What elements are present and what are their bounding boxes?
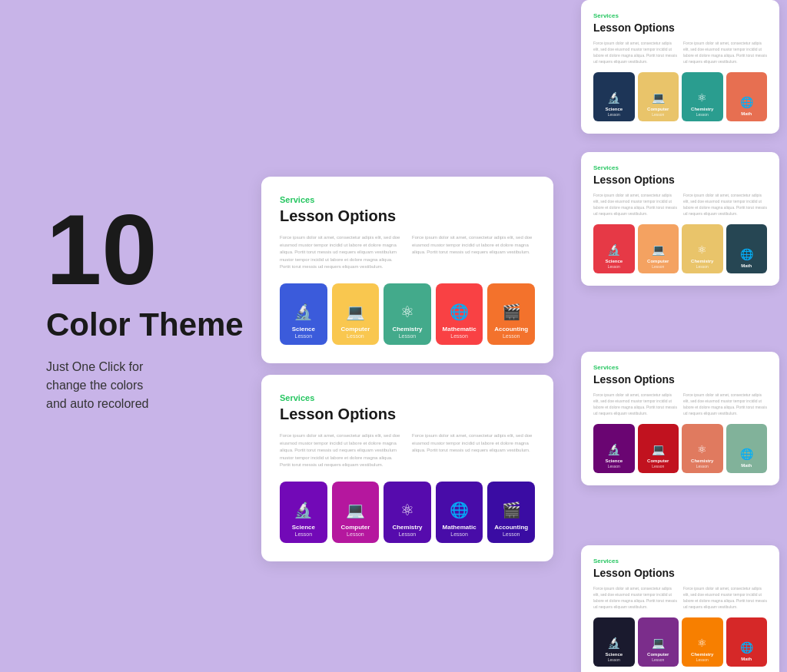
right-lesson-boxes-3: 🔬 Science Lesson 💻 Computer Lesson ⚛ Che…	[593, 424, 767, 473]
lorem-col-1b: Force ipsum dolor sit amet, consectetur …	[412, 234, 535, 271]
right-lesson-chemistry-1: ⚛ Chemistry Lesson	[682, 72, 723, 121]
chemistry-name-1: Chemistry	[392, 326, 422, 333]
lorem-text-2b: Force ipsum dolor sit amet, consectetur …	[412, 432, 535, 455]
right-lesson-science-4: 🔬 Science Lesson	[593, 617, 635, 667]
lorem-col-2b: Force ipsum dolor sit amet, consectetur …	[412, 432, 535, 469]
lesson-box-computer-1: 💻 Computer Lesson	[332, 283, 380, 345]
lorem-col-2a: Force ipsum dolor sit amet, consectetur …	[280, 432, 403, 469]
computer-sub-1: Lesson	[347, 333, 364, 339]
computer-name-2: Computer	[341, 524, 370, 531]
right-lesson-chemistry-2: ⚛ Chemistry Lesson	[682, 224, 723, 273]
right-lesson-computer-2: 💻 Computer Lesson	[638, 224, 679, 273]
color-theme-heading: Color Theme	[46, 307, 261, 343]
lesson-box-science-1: 🔬 Science Lesson	[280, 283, 327, 345]
right-card-3: Services Lesson Options Force ipsum dolo…	[581, 352, 779, 485]
right-lesson-math-1: 🌐 Math	[726, 72, 768, 121]
right-services-label-2: Services	[593, 164, 767, 171]
science-icon-2: 🔬	[294, 501, 313, 519]
lesson-box-mathematic-1: 🌐 Mathematic Lesson	[436, 283, 483, 345]
big-number: 10	[46, 200, 261, 300]
accounting-name-1: Accounting	[494, 326, 528, 333]
accounting-icon-2: 🎬	[502, 501, 521, 519]
right-lesson-science-1: 🔬 Science Lesson	[593, 72, 635, 121]
right-services-label-3: Services	[593, 364, 767, 371]
lorem-text-1b: Force ipsum dolor sit amet, consectetur …	[412, 234, 535, 257]
chemistry-sub-1: Lesson	[399, 333, 417, 339]
mathematic-name-1: Mathematic	[443, 326, 477, 333]
science-sub-2: Lesson	[295, 531, 313, 537]
computer-icon-2: 💻	[346, 501, 365, 519]
lesson-title-1: Lesson Options	[280, 207, 535, 225]
left-panel: 10 Color Theme Just One Click forchange …	[46, 200, 261, 413]
mathematic-name-2: Mathematic	[443, 524, 477, 531]
mathematic-sub-1: Lesson	[450, 333, 468, 339]
chemistry-name-2: Chemistry	[392, 524, 422, 531]
services-label-2: Services	[280, 393, 535, 402]
services-label-1: Services	[280, 195, 535, 204]
right-lorem-4: Force ipsum dolor sit amet, consectetur …	[593, 585, 767, 610]
lesson-boxes-2: 🔬 Science Lesson 💻 Computer Lesson ⚛ Che…	[280, 482, 535, 543]
subtitle-text: Just One Click forchange the colorsand a…	[46, 358, 261, 413]
right-services-label-1: Services	[593, 12, 767, 19]
right-lesson-math-3: 🌐 Math	[726, 424, 768, 473]
main-card-1: Services Lesson Options Force ipsum dolo…	[261, 177, 553, 363]
accounting-icon-1: 🎬	[502, 303, 521, 321]
lesson-box-computer-2: 💻 Computer Lesson	[332, 482, 380, 543]
right-lesson-chemistry-4: ⚛ Chemistry Lesson	[682, 617, 723, 667]
right-lesson-title-3: Lesson Options	[593, 373, 767, 386]
right-lesson-title-4: Lesson Options	[593, 567, 767, 579]
accounting-sub-2: Lesson	[503, 531, 520, 537]
lorem-text-1a: Force ipsum dolor sit amet, consectetur …	[280, 234, 403, 271]
lorem-columns-2: Force ipsum dolor sit amet, consectetur …	[280, 432, 535, 469]
right-card-1: Services Lesson Options Force ipsum dolo…	[581, 0, 779, 134]
right-lesson-math-4: 🌐 Math	[726, 617, 768, 667]
computer-icon-1: 💻	[346, 303, 365, 321]
science-sub-1: Lesson	[295, 333, 313, 339]
right-card-2: Services Lesson Options Force ipsum dolo…	[581, 152, 779, 286]
right-lesson-boxes-2: 🔬 Science Lesson 💻 Computer Lesson ⚛ Che…	[593, 224, 767, 273]
right-lesson-math-2: 🌐 Math	[726, 224, 768, 273]
right-services-label-4: Services	[593, 558, 767, 564]
lesson-box-accounting-1: 🎬 Accounting Lesson	[487, 283, 535, 345]
accounting-sub-1: Lesson	[503, 333, 520, 339]
lorem-text-2a: Force ipsum dolor sit amet, consectetur …	[280, 432, 403, 469]
lorem-columns-1: Force ipsum dolor sit amet, consectetur …	[280, 234, 535, 271]
chemistry-icon-1: ⚛	[400, 303, 414, 321]
lesson-boxes-1: 🔬 Science Lesson 💻 Computer Lesson ⚛ Che…	[280, 283, 535, 345]
science-name-1: Science	[292, 326, 315, 333]
right-lesson-title-1: Lesson Options	[593, 22, 767, 34]
computer-name-1: Computer	[341, 326, 370, 333]
lesson-box-science-2: 🔬 Science Lesson	[280, 482, 327, 543]
right-lesson-computer-3: 💻 Computer Lesson	[638, 424, 679, 473]
right-lesson-title-2: Lesson Options	[593, 174, 767, 186]
lesson-box-accounting-2: 🎬 Accounting Lesson	[487, 482, 535, 543]
mathematic-icon-2: 🌐	[450, 501, 469, 519]
accounting-name-2: Accounting	[494, 524, 528, 531]
science-name-2: Science	[292, 524, 315, 531]
right-lesson-boxes-4: 🔬 Science Lesson 💻 Computer Lesson ⚛ Che…	[593, 617, 767, 667]
lesson-title-2: Lesson Options	[280, 406, 535, 423]
computer-sub-2: Lesson	[347, 531, 364, 537]
chemistry-sub-2: Lesson	[399, 531, 417, 537]
lesson-box-chemistry-1: ⚛ Chemistry Lesson	[384, 283, 431, 345]
lesson-box-mathematic-2: 🌐 Mathematic Lesson	[436, 482, 483, 543]
right-lorem-2: Force ipsum dolor sit amet, consectetur …	[593, 192, 767, 217]
right-lesson-science-2: 🔬 Science Lesson	[593, 224, 635, 273]
science-icon-1: 🔬	[294, 303, 313, 321]
mathematic-sub-2: Lesson	[450, 531, 468, 537]
lesson-box-chemistry-2: ⚛ Chemistry Lesson	[384, 482, 431, 543]
right-lesson-computer-4: 💻 Computer Lesson	[638, 617, 679, 667]
main-card-2: Services Lesson Options Force ipsum dolo…	[261, 375, 553, 561]
right-card-4: Services Lesson Options Force ipsum dolo…	[581, 545, 779, 672]
right-lorem-3: Force ipsum dolor sit amet, consectetur …	[593, 392, 767, 416]
mathematic-icon-1: 🌐	[450, 303, 469, 321]
chemistry-icon-2: ⚛	[400, 501, 414, 519]
right-lesson-science-3: 🔬 Science Lesson	[593, 424, 635, 473]
lorem-col-1a: Force ipsum dolor sit amet, consectetur …	[280, 234, 403, 271]
right-lesson-chemistry-3: ⚛ Chemistry Lesson	[682, 424, 723, 473]
right-lorem-1: Force ipsum dolor sit amet, consectetur …	[593, 40, 767, 65]
right-lesson-computer-1: 💻 Computer Lesson	[638, 72, 679, 121]
right-lesson-boxes-1: 🔬 Science Lesson 💻 Computer Lesson ⚛ Che…	[593, 72, 767, 121]
